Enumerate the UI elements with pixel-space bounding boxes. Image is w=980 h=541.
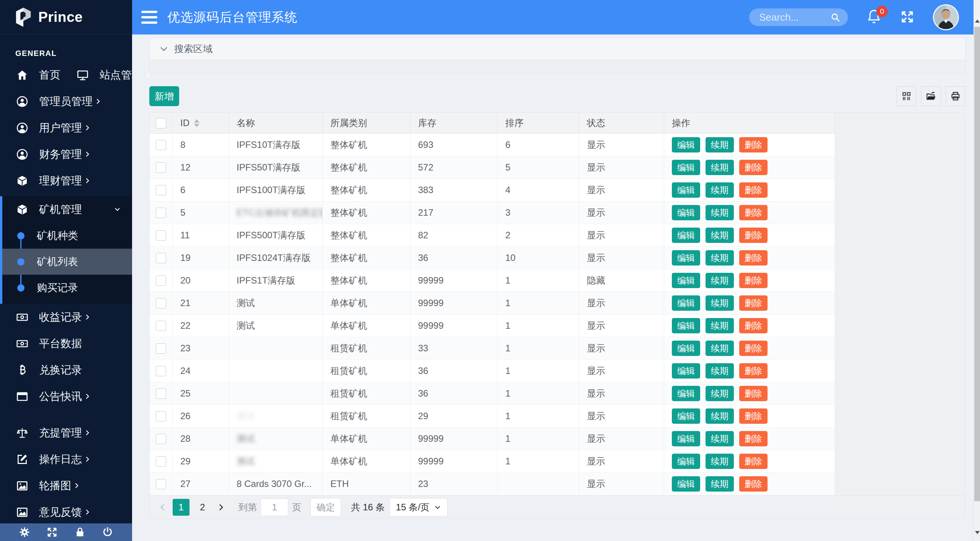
sidebar-item-finance[interactable]: 财务管理 [0, 141, 132, 167]
delete-button[interactable]: 删除 [739, 341, 768, 356]
sidebar-item-announcement[interactable]: 公告快讯 [0, 383, 132, 410]
edit-button[interactable]: 编辑 [672, 273, 700, 288]
delete-button[interactable]: 删除 [739, 318, 768, 333]
row-checkbox[interactable] [156, 411, 166, 421]
notifications-button[interactable]: 0 [866, 8, 883, 26]
sidebar-item-exchange[interactable]: 兑换记录 [0, 357, 132, 383]
search-icon[interactable] [830, 12, 840, 22]
goto-confirm-button[interactable]: 确定 [310, 498, 341, 516]
page-button-1[interactable]: 1 [173, 499, 189, 516]
renew-button[interactable]: 续期 [706, 273, 734, 288]
renew-button[interactable]: 续期 [706, 295, 734, 311]
row-checkbox[interactable] [156, 389, 166, 399]
renew-button[interactable]: 续期 [706, 386, 734, 401]
search-panel-header[interactable]: 搜索区域 [150, 38, 965, 60]
delete-button[interactable]: 删除 [739, 137, 768, 152]
scrollbar-thumb[interactable] [974, 27, 980, 501]
delete-button[interactable]: 删除 [739, 476, 768, 492]
delete-button[interactable]: 删除 [739, 295, 768, 311]
scroll-down-arrow[interactable] [974, 529, 980, 536]
per-page-select[interactable]: 15 条/页 [389, 498, 448, 516]
edit-button[interactable]: 编辑 [672, 408, 700, 424]
renew-button[interactable]: 续期 [706, 205, 734, 220]
delete-button[interactable]: 删除 [739, 273, 768, 288]
edit-button[interactable]: 编辑 [672, 431, 700, 446]
row-checkbox[interactable] [156, 162, 166, 173]
scroll-up-arrow[interactable] [974, 18, 980, 24]
row-checkbox[interactable] [156, 479, 166, 489]
lock-icon[interactable] [74, 526, 86, 538]
gear-icon[interactable] [19, 526, 30, 538]
row-checkbox[interactable] [156, 321, 166, 331]
sidebar-item-feedback[interactable]: 意见反馈 [0, 499, 132, 525]
renew-button[interactable]: 续期 [706, 318, 734, 333]
delete-button[interactable]: 删除 [739, 431, 768, 446]
select-all-checkbox[interactable] [156, 118, 166, 128]
sidebar-subitem-miner-type[interactable]: 矿机种类 [2, 223, 132, 249]
renew-button[interactable]: 续期 [706, 476, 734, 492]
menu-toggle-icon[interactable] [141, 11, 157, 24]
row-checkbox[interactable] [156, 253, 166, 263]
add-button[interactable]: 新增 [149, 86, 179, 106]
sidebar-item-home[interactable]: 首页 [0, 62, 60, 88]
fullscreen-button[interactable] [900, 10, 915, 25]
export-button[interactable] [921, 86, 941, 106]
delete-button[interactable]: 删除 [739, 228, 768, 243]
sidebar-item-logs[interactable]: 操作日志 [0, 446, 132, 472]
expand-icon[interactable] [46, 526, 58, 538]
edit-button[interactable]: 编辑 [672, 228, 700, 243]
row-checkbox[interactable] [156, 366, 166, 376]
sidebar-item-site[interactable]: 站点管理 [60, 62, 151, 88]
edit-button[interactable]: 编辑 [672, 454, 700, 469]
row-checkbox[interactable] [156, 230, 166, 241]
edit-button[interactable]: 编辑 [672, 182, 700, 198]
row-checkbox[interactable] [156, 275, 166, 286]
row-checkbox[interactable] [156, 434, 166, 444]
edit-button[interactable]: 编辑 [672, 363, 700, 379]
renew-button[interactable]: 续期 [706, 228, 734, 243]
goto-page-input[interactable] [261, 498, 288, 516]
prev-page-button[interactable] [155, 503, 170, 511]
row-checkbox[interactable] [156, 185, 166, 195]
edit-button[interactable]: 编辑 [672, 137, 700, 152]
delete-button[interactable]: 删除 [739, 160, 768, 175]
edit-button[interactable]: 编辑 [672, 295, 700, 311]
sidebar-item-earnings[interactable]: 收益记录 [0, 304, 132, 330]
renew-button[interactable]: 续期 [706, 363, 734, 379]
row-checkbox[interactable] [156, 298, 166, 308]
columns-button[interactable] [897, 86, 916, 106]
sidebar-item-user[interactable]: 用户管理 [0, 115, 132, 141]
sidebar-item-miner[interactable]: 矿机管理 [2, 196, 132, 223]
edit-button[interactable]: 编辑 [672, 250, 700, 266]
page-button-2[interactable]: 2 [194, 499, 211, 516]
sort-toggle[interactable] [194, 119, 199, 127]
column-header-0[interactable]: ID [173, 113, 229, 133]
delete-button[interactable]: 删除 [739, 386, 768, 401]
sidebar-item-deposit[interactable]: 充提管理 [0, 420, 132, 446]
sidebar-item-platform[interactable]: 平台数据 [0, 330, 132, 357]
edit-button[interactable]: 编辑 [672, 476, 700, 492]
sidebar-item-wealth[interactable]: 理财管理 [0, 167, 132, 194]
row-checkbox[interactable] [156, 343, 166, 354]
search-input[interactable] [759, 11, 830, 23]
sidebar-subitem-miner-list[interactable]: 矿机列表 [2, 249, 132, 275]
row-checkbox[interactable] [156, 140, 166, 150]
renew-button[interactable]: 续期 [706, 182, 734, 198]
delete-button[interactable]: 删除 [739, 182, 768, 198]
sidebar-subitem-purchase-records[interactable]: 购买记录 [2, 275, 132, 301]
renew-button[interactable]: 续期 [706, 341, 734, 356]
row-checkbox[interactable] [156, 208, 166, 218]
edit-button[interactable]: 编辑 [672, 341, 700, 356]
delete-button[interactable]: 删除 [739, 408, 768, 424]
next-page-button[interactable] [213, 503, 229, 511]
print-button[interactable] [946, 86, 965, 106]
renew-button[interactable]: 续期 [706, 454, 734, 469]
avatar[interactable] [933, 4, 959, 30]
sidebar-item-admin[interactable]: 管理员管理 [0, 88, 132, 115]
delete-button[interactable]: 删除 [739, 250, 768, 266]
power-icon[interactable] [102, 526, 113, 538]
renew-button[interactable]: 续期 [706, 137, 734, 152]
delete-button[interactable]: 删除 [739, 454, 768, 469]
delete-button[interactable]: 删除 [739, 363, 768, 379]
edit-button[interactable]: 编辑 [672, 386, 700, 401]
